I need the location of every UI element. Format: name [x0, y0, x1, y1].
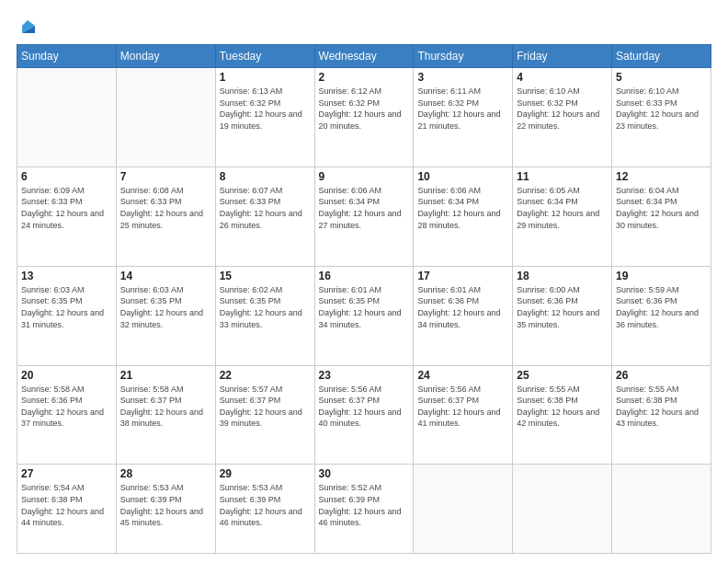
day-info: Sunrise: 6:02 AMSunset: 6:35 PMDaylight:… [220, 284, 311, 330]
day-number: 7 [120, 170, 211, 183]
day-info: Sunrise: 6:10 AMSunset: 6:32 PMDaylight:… [517, 86, 608, 132]
day-number: 21 [120, 369, 211, 382]
day-info: Sunrise: 5:54 AMSunset: 6:38 PMDaylight:… [21, 482, 112, 528]
day-info: Sunrise: 5:57 AMSunset: 6:37 PMDaylight:… [220, 384, 311, 430]
col-header-wednesday: Wednesday [314, 45, 414, 68]
calendar-cell [116, 68, 215, 167]
calendar-cell: 4Sunrise: 6:10 AMSunset: 6:32 PMDaylight… [513, 68, 612, 167]
day-info: Sunrise: 6:13 AMSunset: 6:32 PMDaylight:… [220, 86, 311, 132]
day-number: 19 [616, 270, 707, 282]
day-number: 28 [120, 467, 211, 480]
calendar-week-4: 20Sunrise: 5:58 AMSunset: 6:36 PMDayligh… [17, 365, 711, 465]
day-number: 2 [319, 71, 410, 84]
calendar-cell: 12Sunrise: 6:04 AMSunset: 6:34 PMDayligh… [612, 167, 711, 266]
day-info: Sunrise: 6:03 AMSunset: 6:35 PMDaylight:… [120, 284, 211, 330]
calendar-cell: 1Sunrise: 6:13 AMSunset: 6:32 PMDaylight… [215, 68, 314, 167]
day-info: Sunrise: 6:08 AMSunset: 6:33 PMDaylight:… [120, 185, 211, 231]
calendar-cell [414, 465, 513, 554]
col-header-tuesday: Tuesday [215, 45, 314, 68]
day-number: 13 [21, 270, 112, 282]
day-number: 14 [120, 270, 211, 282]
calendar-cell: 15Sunrise: 6:02 AMSunset: 6:35 PMDayligh… [215, 266, 314, 365]
day-info: Sunrise: 6:09 AMSunset: 6:33 PMDaylight:… [21, 185, 112, 231]
day-info: Sunrise: 6:07 AMSunset: 6:33 PMDaylight:… [220, 185, 311, 231]
page: SundayMondayTuesdayWednesdayThursdayFrid… [0, 0, 728, 563]
day-info: Sunrise: 6:10 AMSunset: 6:33 PMDaylight:… [616, 86, 707, 132]
day-number: 6 [21, 170, 112, 183]
calendar-cell: 19Sunrise: 5:59 AMSunset: 6:36 PMDayligh… [612, 266, 711, 365]
calendar-cell: 9Sunrise: 6:06 AMSunset: 6:34 PMDaylight… [314, 167, 414, 266]
day-number: 9 [319, 170, 410, 183]
calendar: SundayMondayTuesdayWednesdayThursdayFrid… [17, 44, 711, 554]
calendar-cell: 23Sunrise: 5:56 AMSunset: 6:37 PMDayligh… [314, 365, 414, 465]
calendar-week-3: 13Sunrise: 6:03 AMSunset: 6:35 PMDayligh… [17, 266, 711, 365]
calendar-cell: 20Sunrise: 5:58 AMSunset: 6:36 PMDayligh… [17, 365, 117, 465]
day-number: 25 [517, 369, 608, 382]
day-number: 24 [417, 369, 508, 382]
calendar-cell: 29Sunrise: 5:53 AMSunset: 6:39 PMDayligh… [215, 465, 314, 554]
day-number: 30 [319, 467, 410, 480]
day-info: Sunrise: 6:06 AMSunset: 6:34 PMDaylight:… [319, 185, 410, 231]
col-header-friday: Friday [513, 45, 612, 68]
calendar-cell: 13Sunrise: 6:03 AMSunset: 6:35 PMDayligh… [17, 266, 117, 365]
day-info: Sunrise: 5:58 AMSunset: 6:36 PMDaylight:… [21, 384, 112, 430]
day-info: Sunrise: 6:05 AMSunset: 6:34 PMDaylight:… [517, 185, 608, 231]
calendar-cell: 3Sunrise: 6:11 AMSunset: 6:32 PMDaylight… [414, 68, 513, 167]
calendar-cell: 22Sunrise: 5:57 AMSunset: 6:37 PMDayligh… [215, 365, 314, 465]
day-info: Sunrise: 6:00 AMSunset: 6:36 PMDaylight:… [517, 284, 608, 330]
col-header-sunday: Sunday [17, 45, 117, 68]
calendar-week-1: 1Sunrise: 6:13 AMSunset: 6:32 PMDaylight… [17, 68, 711, 167]
calendar-cell: 14Sunrise: 6:03 AMSunset: 6:35 PMDayligh… [116, 266, 215, 365]
calendar-cell: 28Sunrise: 5:53 AMSunset: 6:39 PMDayligh… [116, 465, 215, 554]
day-info: Sunrise: 5:55 AMSunset: 6:38 PMDaylight:… [616, 384, 707, 430]
calendar-cell: 18Sunrise: 6:00 AMSunset: 6:36 PMDayligh… [513, 266, 612, 365]
day-number: 20 [21, 369, 112, 382]
day-info: Sunrise: 5:53 AMSunset: 6:39 PMDaylight:… [220, 482, 311, 528]
day-number: 1 [220, 71, 311, 84]
logo-icon [18, 17, 39, 37]
calendar-cell: 26Sunrise: 5:55 AMSunset: 6:38 PMDayligh… [612, 365, 711, 465]
calendar-cell: 5Sunrise: 6:10 AMSunset: 6:33 PMDaylight… [612, 68, 711, 167]
calendar-cell: 7Sunrise: 6:08 AMSunset: 6:33 PMDaylight… [116, 167, 215, 266]
calendar-week-2: 6Sunrise: 6:09 AMSunset: 6:33 PMDaylight… [17, 167, 711, 266]
day-number: 12 [616, 170, 707, 183]
calendar-cell: 30Sunrise: 5:52 AMSunset: 6:39 PMDayligh… [314, 465, 414, 554]
calendar-cell [513, 465, 612, 554]
day-info: Sunrise: 5:56 AMSunset: 6:37 PMDaylight:… [319, 384, 410, 430]
day-number: 3 [417, 71, 508, 84]
col-header-thursday: Thursday [414, 45, 513, 68]
day-number: 17 [417, 270, 508, 282]
day-info: Sunrise: 5:52 AMSunset: 6:39 PMDaylight:… [319, 482, 410, 528]
calendar-cell: 11Sunrise: 6:05 AMSunset: 6:34 PMDayligh… [513, 167, 612, 266]
day-number: 29 [220, 467, 311, 480]
calendar-cell [612, 465, 711, 554]
calendar-cell: 16Sunrise: 6:01 AMSunset: 6:35 PMDayligh… [314, 266, 414, 365]
day-number: 23 [319, 369, 410, 382]
day-info: Sunrise: 6:06 AMSunset: 6:34 PMDaylight:… [417, 185, 508, 231]
calendar-cell: 8Sunrise: 6:07 AMSunset: 6:33 PMDaylight… [215, 167, 314, 266]
day-number: 10 [417, 170, 508, 183]
col-header-monday: Monday [116, 45, 215, 68]
day-info: Sunrise: 6:01 AMSunset: 6:36 PMDaylight:… [417, 284, 508, 330]
calendar-cell: 2Sunrise: 6:12 AMSunset: 6:32 PMDaylight… [314, 68, 414, 167]
day-number: 18 [517, 270, 608, 282]
day-number: 16 [319, 270, 410, 282]
day-number: 4 [517, 71, 608, 84]
day-info: Sunrise: 5:56 AMSunset: 6:37 PMDaylight:… [417, 384, 508, 430]
calendar-cell: 25Sunrise: 5:55 AMSunset: 6:38 PMDayligh… [513, 365, 612, 465]
col-header-saturday: Saturday [612, 45, 711, 68]
calendar-cell: 27Sunrise: 5:54 AMSunset: 6:38 PMDayligh… [17, 465, 117, 554]
day-number: 26 [616, 369, 707, 382]
day-info: Sunrise: 5:53 AMSunset: 6:39 PMDaylight:… [120, 482, 211, 528]
day-number: 22 [220, 369, 311, 382]
day-info: Sunrise: 6:03 AMSunset: 6:35 PMDaylight:… [21, 284, 112, 330]
calendar-cell: 6Sunrise: 6:09 AMSunset: 6:33 PMDaylight… [17, 167, 117, 266]
day-number: 5 [616, 71, 707, 84]
calendar-cell: 24Sunrise: 5:56 AMSunset: 6:37 PMDayligh… [414, 365, 513, 465]
day-info: Sunrise: 6:04 AMSunset: 6:34 PMDaylight:… [616, 185, 707, 231]
day-number: 8 [220, 170, 311, 183]
calendar-cell: 21Sunrise: 5:58 AMSunset: 6:37 PMDayligh… [116, 365, 215, 465]
calendar-cell: 17Sunrise: 6:01 AMSunset: 6:36 PMDayligh… [414, 266, 513, 365]
day-number: 11 [517, 170, 608, 183]
day-number: 27 [21, 467, 112, 480]
